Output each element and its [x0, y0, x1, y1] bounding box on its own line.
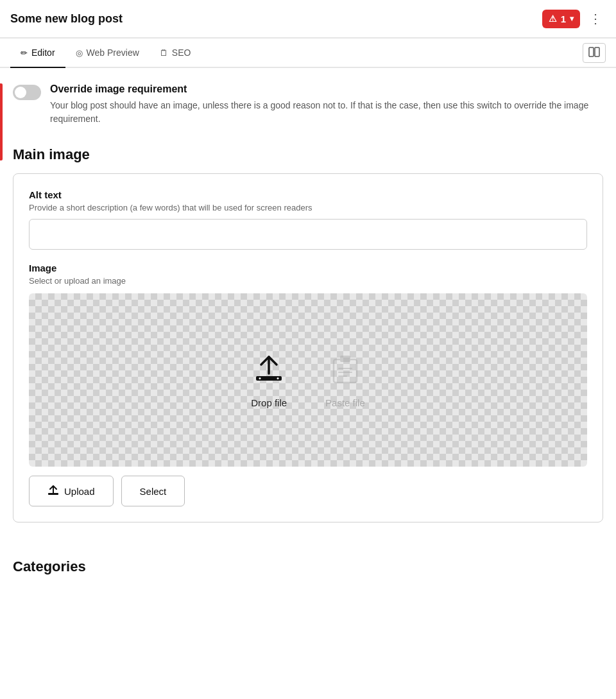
more-options-button[interactable]: ⋮: [585, 7, 606, 30]
upload-button[interactable]: Upload: [29, 476, 114, 506]
toggle-description: Your blog post should have an image, unl…: [50, 99, 603, 126]
eye-icon: ◎: [76, 48, 83, 58]
page-title: Some new blog post: [10, 12, 123, 26]
tab-editor[interactable]: ✏ Editor: [10, 39, 65, 68]
image-buttons-row: Upload Select: [29, 476, 587, 506]
drop-file-label: Drop file: [251, 397, 287, 408]
alert-badge[interactable]: ⚠ 1 ▾: [542, 10, 580, 28]
main-content: Override image requirement Your blog pos…: [0, 68, 616, 553]
top-header: Some new blog post ⚠ 1 ▾ ⋮: [0, 0, 616, 39]
toggle-track: [13, 85, 41, 100]
svg-rect-0: [589, 47, 594, 56]
svg-rect-5: [334, 359, 357, 383]
alt-text-input[interactable]: [29, 219, 587, 250]
svg-rect-6: [340, 356, 350, 362]
drop-file-action[interactable]: Drop file: [251, 352, 287, 408]
alert-count: 1: [561, 13, 566, 24]
svg-point-3: [259, 377, 261, 379]
tab-editor-label: Editor: [31, 47, 55, 58]
editor-icon: ✏: [21, 48, 28, 58]
image-section: Image Select or upload an image: [29, 263, 587, 506]
split-view-button[interactable]: [583, 43, 606, 63]
select-button[interactable]: Select: [121, 476, 185, 506]
left-accent-bar: [0, 83, 3, 160]
paste-icon: [329, 352, 362, 391]
main-image-card: Alt text Provide a short description (a …: [13, 173, 603, 522]
warning-icon: ⚠: [549, 13, 557, 24]
tab-web-preview-label: Web Preview: [87, 47, 139, 58]
toggle-title: Override image requirement: [50, 83, 603, 95]
alt-text-label: Alt text: [29, 189, 587, 200]
upload-icon: [252, 352, 286, 391]
toggle-text: Override image requirement Your blog pos…: [50, 83, 603, 126]
tab-web-preview[interactable]: ◎ Web Preview: [65, 39, 150, 68]
image-label: Image: [29, 263, 587, 273]
drop-zone[interactable]: Drop file Paste file: [29, 293, 587, 467]
categories-title: Categories: [0, 553, 616, 575]
chevron-down-icon: ▾: [570, 14, 574, 23]
image-description: Select or upload an image: [29, 276, 587, 286]
paste-file-action[interactable]: Paste file: [325, 352, 365, 408]
header-left: Some new blog post: [10, 12, 123, 26]
tab-seo[interactable]: 🗒 SEO: [150, 39, 201, 68]
document-icon: 🗒: [160, 48, 168, 58]
paste-file-label: Paste file: [325, 397, 365, 408]
main-image-title: Main image: [13, 146, 603, 163]
header-right: ⚠ 1 ▾ ⋮: [542, 7, 606, 30]
select-button-label: Select: [140, 486, 167, 497]
svg-rect-10: [48, 493, 58, 495]
override-toggle[interactable]: [13, 85, 41, 100]
svg-rect-1: [595, 47, 599, 56]
upload-button-label: Upload: [64, 486, 95, 497]
toggle-section: Override image requirement Your blog pos…: [13, 83, 603, 126]
svg-point-4: [277, 377, 279, 379]
split-view-icon: [588, 47, 600, 59]
upload-button-icon: [47, 485, 59, 497]
alt-text-description: Provide a short description (a few words…: [29, 203, 587, 212]
tab-bar: ✏ Editor ◎ Web Preview 🗒 SEO: [0, 39, 616, 68]
tab-seo-label: SEO: [172, 47, 191, 58]
